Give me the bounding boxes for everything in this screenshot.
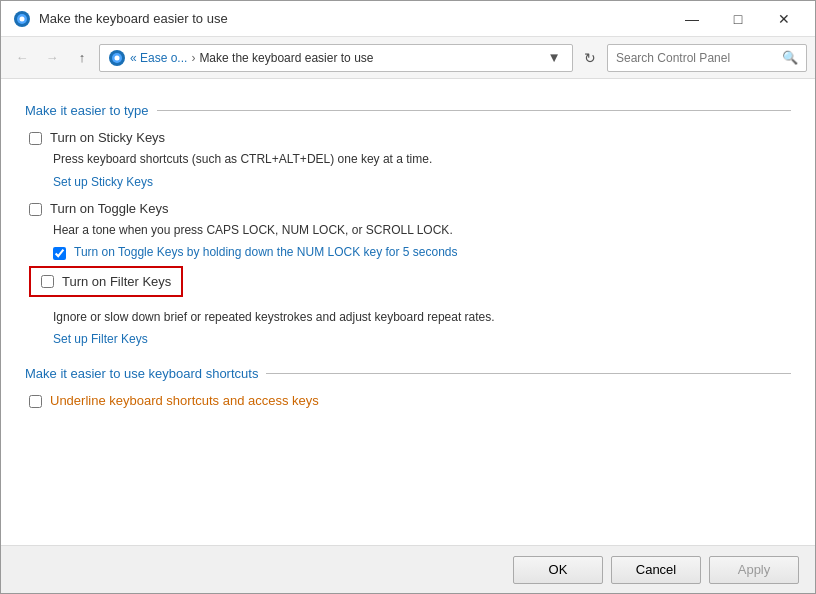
section1-title: Make it easier to type [25, 103, 149, 118]
cancel-button[interactable]: Cancel [611, 556, 701, 584]
toggle-keys-label[interactable]: Turn on Toggle Keys [50, 201, 169, 216]
address-bar: « Ease o... › Make the keyboard easier t… [99, 44, 573, 72]
section2-title: Make it easier to use keyboard shortcuts [25, 366, 258, 381]
svg-point-2 [20, 16, 25, 21]
sticky-keys-checkbox[interactable] [29, 132, 42, 145]
search-input[interactable] [616, 51, 782, 65]
close-button[interactable]: ✕ [761, 4, 807, 34]
search-box: 🔍 [607, 44, 807, 72]
toggle-keys-sub-label[interactable]: Turn on Toggle Keys by holding down the … [74, 245, 458, 259]
content-area: Make it easier to type Turn on Sticky Ke… [1, 79, 815, 545]
sticky-keys-row: Turn on Sticky Keys [25, 130, 791, 145]
underline-keys-checkbox[interactable] [29, 395, 42, 408]
filter-keys-section: Turn on Filter Keys [25, 266, 791, 303]
section2-header: Make it easier to use keyboard shortcuts [25, 366, 791, 381]
ok-button[interactable]: OK [513, 556, 603, 584]
sticky-keys-label[interactable]: Turn on Sticky Keys [50, 130, 165, 145]
section1-header: Make it easier to type [25, 103, 791, 118]
toggle-keys-sub-row: Turn on Toggle Keys by holding down the … [25, 245, 791, 260]
sticky-keys-setup-link[interactable]: Set up Sticky Keys [25, 175, 153, 189]
address-dropdown-button[interactable]: ▼ [544, 50, 564, 65]
refresh-button[interactable]: ↻ [577, 45, 603, 71]
filter-keys-description: Ignore or slow down brief or repeated ke… [25, 309, 791, 326]
section2-line [266, 373, 791, 374]
bottom-bar: OK Cancel Apply [1, 545, 815, 593]
breadcrumb-ease[interactable]: « Ease o... [130, 51, 187, 65]
underline-keys-label[interactable]: Underline keyboard shortcuts and access … [50, 393, 319, 408]
toggle-keys-description: Hear a tone when you press CAPS LOCK, NU… [25, 222, 791, 239]
window-icon [13, 10, 31, 28]
filter-keys-checkbox[interactable] [41, 275, 54, 288]
filter-keys-setup-link[interactable]: Set up Filter Keys [25, 332, 148, 346]
sticky-keys-description: Press keyboard shortcuts (such as CTRL+A… [25, 151, 791, 168]
main-window: Make the keyboard easier to use — □ ✕ ← … [0, 0, 816, 594]
underline-row: Underline keyboard shortcuts and access … [25, 393, 791, 408]
back-button[interactable]: ← [9, 45, 35, 71]
minimize-button[interactable]: — [669, 4, 715, 34]
svg-point-5 [115, 55, 120, 60]
toggle-keys-row: Turn on Toggle Keys [25, 201, 791, 216]
up-button[interactable]: ↑ [69, 45, 95, 71]
toggle-keys-checkbox[interactable] [29, 203, 42, 216]
title-bar: Make the keyboard easier to use — □ ✕ [1, 1, 815, 37]
breadcrumb: « Ease o... › Make the keyboard easier t… [130, 51, 544, 65]
toggle-keys-sub-checkbox[interactable] [53, 247, 66, 260]
breadcrumb-separator: › [191, 51, 195, 65]
globe-icon [108, 49, 126, 67]
breadcrumb-current: Make the keyboard easier to use [199, 51, 373, 65]
search-icon: 🔍 [782, 50, 798, 65]
window-controls: — □ ✕ [669, 4, 807, 34]
filter-keys-label[interactable]: Turn on Filter Keys [62, 274, 171, 289]
section1-line [157, 110, 791, 111]
filter-keys-box: Turn on Filter Keys [29, 266, 183, 297]
forward-button[interactable]: → [39, 45, 65, 71]
window-title: Make the keyboard easier to use [39, 11, 669, 26]
maximize-button[interactable]: □ [715, 4, 761, 34]
apply-button[interactable]: Apply [709, 556, 799, 584]
nav-bar: ← → ↑ « Ease o... › Make the keyboard ea… [1, 37, 815, 79]
